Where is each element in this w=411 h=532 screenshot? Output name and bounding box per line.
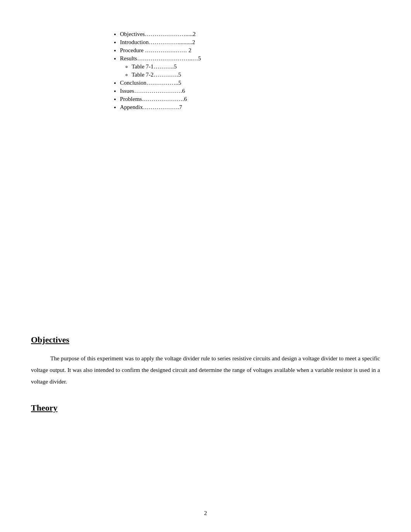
toc-item-procedure: Procedure …………….…… 2 <box>120 47 380 54</box>
toc-list: Objectives………………….....2 Introduction…………… <box>108 31 380 111</box>
objectives-body: The purpose of this experiment was to ap… <box>31 353 380 387</box>
toc-item-results: Results………………………..…5 Table 7-1………..5 Tab… <box>120 55 380 78</box>
theory-heading: Theory <box>31 403 380 413</box>
toc-item-introduction: Introduction……………..........2 <box>120 39 380 46</box>
toc-item-table71: Table 7-1………..5 <box>132 63 380 70</box>
toc-sub-list: Table 7-1………..5 Table 7-2………….5 <box>120 63 380 78</box>
toc-item-appendix: Appendix……………….7 <box>120 104 380 111</box>
toc-item-conclusion: Conclusion……………..5 <box>120 80 380 86</box>
theory-section: Theory <box>31 403 380 413</box>
objectives-section: Objectives The purpose of this experimen… <box>31 335 380 387</box>
toc-item-problems: Problems………………….6 <box>120 96 380 102</box>
table-of-contents: Objectives………………….....2 Introduction…………… <box>108 31 380 111</box>
toc-item-table72: Table 7-2………….5 <box>132 72 380 78</box>
objectives-heading: Objectives <box>31 335 380 345</box>
toc-item-objectives: Objectives………………….....2 <box>120 31 380 38</box>
page-number: 2 <box>204 510 207 517</box>
toc-item-issues: Issues…………………….6 <box>120 88 380 94</box>
page: Objectives………………….....2 Introduction…………… <box>0 0 411 532</box>
